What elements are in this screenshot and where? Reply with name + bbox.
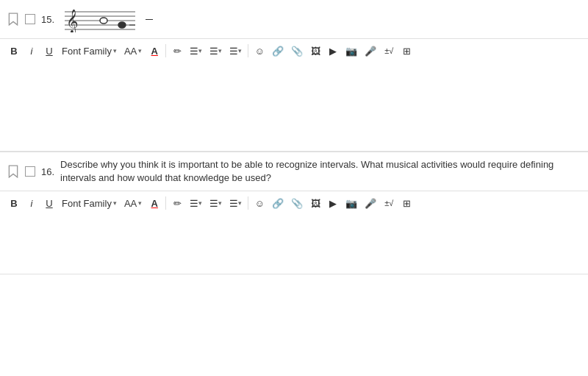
question-16-block: 16. Describe why you think it is importa… (0, 152, 588, 274)
align-button-16[interactable]: ☰ ▾ (187, 194, 205, 212)
separator-1 (165, 44, 166, 57)
image-button[interactable]: 🖼 (307, 42, 323, 60)
align-button[interactable]: ☰ ▾ (187, 42, 205, 60)
underline-button[interactable]: U (41, 42, 57, 60)
video-button-16[interactable]: ▶ (325, 194, 341, 212)
bookmark-icon[interactable] (7, 13, 19, 26)
attachment-button-16[interactable]: 📎 (288, 194, 306, 212)
bold-button[interactable]: B (6, 42, 22, 60)
link-button-16[interactable]: 🔗 (269, 194, 287, 212)
italic-button-16[interactable]: i (24, 194, 40, 212)
question-15-number: 15. (41, 14, 54, 25)
bookmark-icon-16[interactable] (7, 165, 19, 178)
toolbar-15: B i U Font Family ▾ AA ▾ A ✏ ☰ ▾ ☰ ▾ ☰ ▾ (0, 38, 588, 63)
table-button[interactable]: ⊞ (398, 42, 415, 60)
question-16-header: 16. Describe why you think it is importa… (0, 152, 588, 191)
separator-2 (248, 44, 248, 57)
font-color-button-16[interactable]: A (146, 194, 162, 212)
font-size-dropdown-16[interactable]: AA ▾ (121, 194, 145, 212)
font-family-chevron-16: ▾ (113, 199, 117, 207)
formula-button[interactable]: ±√ (381, 42, 397, 60)
question-16-number: 16. (41, 166, 54, 177)
editor-15[interactable] (0, 63, 588, 151)
font-size-chevron: ▾ (138, 47, 142, 54)
question-16-checkbox[interactable] (25, 166, 35, 177)
underline-button-16[interactable]: U (41, 194, 57, 212)
font-color-button[interactable]: A (146, 42, 162, 60)
indent-button-16[interactable]: ☰ ▾ (207, 194, 225, 212)
italic-button[interactable]: i (24, 42, 40, 60)
font-family-chevron: ▾ (113, 47, 117, 54)
formula-button-16[interactable]: ±√ (381, 194, 397, 212)
emoji-button-16[interactable]: ☺ (251, 194, 268, 212)
question-15-header: 15. 𝄞 (0, 0, 588, 38)
staff-notation: 𝄞 (63, 6, 137, 32)
svg-point-6 (100, 18, 107, 24)
question-15-block: 15. 𝄞 B i U (0, 0, 588, 152)
camera-button[interactable]: 📷 (343, 42, 360, 60)
font-size-dropdown[interactable]: AA ▾ (121, 42, 145, 60)
toolbar-16: B i U Font Family ▾ AA ▾ A ✏ ☰ ▾ ☰ ▾ ☰ ▾ (0, 191, 588, 215)
mic-button[interactable]: 🎤 (362, 42, 379, 60)
camera-button-16[interactable]: 📷 (343, 194, 360, 212)
question-16-text: Describe why you think it is important t… (60, 158, 581, 185)
list-button[interactable]: ☰ ▾ (226, 42, 245, 60)
svg-point-7 (118, 22, 126, 28)
highlight-button-16[interactable]: ✏ (169, 194, 185, 212)
mic-button-16[interactable]: 🎤 (362, 194, 379, 212)
table-button-16[interactable]: ⊞ (398, 194, 415, 212)
highlight-button[interactable]: ✏ (169, 42, 185, 60)
music-notation: 𝄞 (63, 6, 137, 32)
font-family-dropdown[interactable]: Font Family ▾ (59, 42, 120, 60)
video-button[interactable]: ▶ (325, 42, 341, 60)
question-15-checkbox[interactable] (25, 14, 35, 24)
emoji-button[interactable]: ☺ (251, 42, 268, 60)
question-15-dash (146, 19, 153, 20)
svg-text:𝄞: 𝄞 (66, 9, 79, 32)
font-size-chevron-16: ▾ (138, 199, 142, 207)
link-button[interactable]: 🔗 (269, 42, 287, 60)
bold-button-16[interactable]: B (6, 194, 22, 212)
list-button-16[interactable]: ☰ ▾ (226, 194, 245, 212)
attachment-button[interactable]: 📎 (288, 42, 306, 60)
font-family-dropdown-16[interactable]: Font Family ▾ (59, 194, 120, 212)
separator-3 (165, 196, 166, 210)
image-button-16[interactable]: 🖼 (307, 194, 323, 212)
separator-4 (248, 196, 248, 210)
editor-16[interactable] (0, 215, 588, 274)
indent-button[interactable]: ☰ ▾ (207, 42, 225, 60)
